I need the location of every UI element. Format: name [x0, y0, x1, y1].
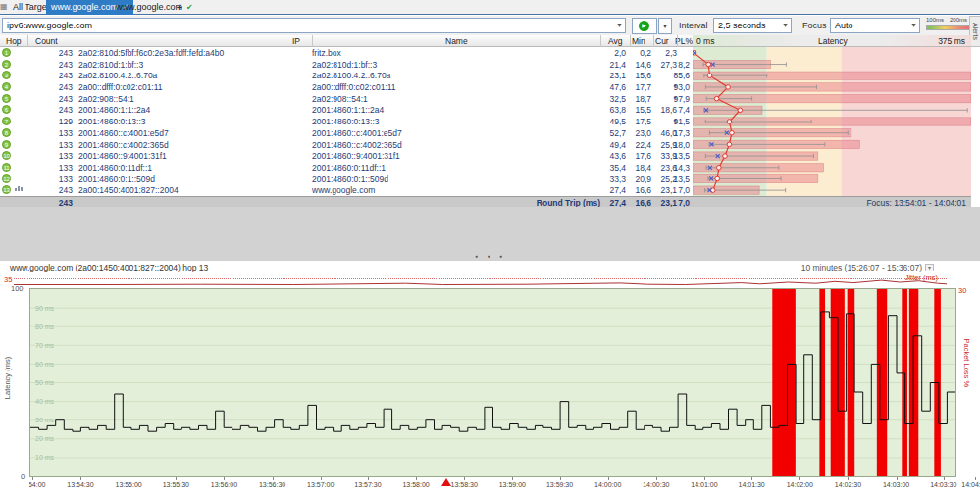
hop-pl: 8,2	[641, 60, 690, 70]
latency-axis-min: 0	[21, 472, 25, 481]
axis-tick	[273, 477, 274, 480]
time-axis: 13:54:0013:54:3013:55:0013:55:3013:56:00…	[29, 477, 980, 493]
hop-name: 2001:4860::9:4001:31f1	[312, 151, 400, 161]
target-value: ipv6:www.google.com	[7, 21, 92, 30]
table-row[interactable]: 12432a02:810d:5fbf:f6c0:2e3a:fdff:fefd:a…	[0, 47, 693, 59]
hop-name: fritz.box	[312, 48, 341, 58]
hop-ip: 2001:4860::9:4001:31f1	[78, 151, 167, 161]
chevron-down-icon[interactable]: ▼	[782, 19, 789, 32]
hop-number-badge: 13	[2, 185, 11, 194]
focus-value: Auto	[835, 21, 853, 30]
hop-count: 133	[27, 140, 73, 150]
table-row[interactable]: 111332001:4860:0:11df::12001:4860:0:11df…	[0, 162, 693, 173]
target-combobox[interactable]: ipv6:www.google.com ▼	[2, 18, 626, 33]
chevron-down-icon[interactable]: ▾	[925, 264, 934, 271]
col-avg[interactable]: Avg	[608, 36, 623, 46]
play-options-dropdown[interactable]: ▼	[658, 18, 672, 34]
hop-cur: 2,3	[628, 48, 677, 58]
hop-number-badge: 5	[2, 94, 11, 103]
hop-pl: 97,9	[641, 94, 690, 104]
window-menu-icon[interactable]: ▦	[0, 2, 8, 12]
hop-name: 2001:4860:1:1::2a4	[312, 105, 384, 115]
table-header: Hop Count IP Name Avg Min Cur PL%	[0, 35, 693, 47]
chevron-down-icon[interactable]: ▼	[616, 19, 623, 32]
axis-tick	[848, 477, 849, 480]
svg-text:30 ms: 30 ms	[35, 417, 55, 423]
hop-count: 243	[27, 48, 73, 58]
latency-min-label: 0 ms	[696, 36, 714, 46]
new-tab-button[interactable]: +	[173, 0, 186, 15]
hop-count: 243	[27, 94, 73, 104]
axis-tick-label: 13:57:00	[301, 481, 340, 488]
col-min[interactable]: Min	[632, 36, 645, 46]
hop-ip: 2a00::dfff:0:c02:c01:11	[78, 82, 163, 92]
axis-tick-label: 13:54:00	[29, 481, 52, 488]
latency-max-label: 375 ms	[938, 36, 965, 46]
table-row[interactable]: 71292001:4860:0:13::32001:4860:0:13::349…	[0, 116, 693, 127]
axis-tick-label: 13:56:00	[204, 481, 243, 488]
table-row[interactable]: 32432a02:8100:4:2::6:70a2a02:8100:4:2::6…	[0, 70, 693, 81]
hop-ip: 2001:4860:0:11df::1	[78, 163, 152, 173]
hop-number-badge: 3	[2, 71, 11, 79]
hop-pl: 7,0	[641, 185, 690, 195]
focus-select[interactable]: Auto ▼	[830, 18, 920, 33]
table-row[interactable]: 42432a00::dfff:0:c02:c01:112a00::dfff:0:…	[0, 81, 693, 93]
col-ip[interactable]: IP	[292, 36, 300, 46]
axis-tick-label: 13:55:30	[156, 481, 195, 488]
hop-count: 243	[27, 71, 73, 80]
latency-axis-max: 100	[11, 284, 24, 293]
legend-gradient-bar	[926, 25, 971, 30]
axis-tick-label: 14:00:00	[589, 481, 628, 488]
table-row[interactable]: 22432a02:810d:1:bf::32a02:810d:1:bf::321…	[0, 59, 693, 71]
axis-tick	[897, 477, 898, 480]
interval-select[interactable]: 2,5 seconds ▼	[713, 18, 792, 33]
hop-ip: 2001:4860::c:4001:e5d7	[78, 128, 169, 138]
table-row[interactable]: 81332001:4860::c:4001:e5d72001:4860::c:4…	[0, 127, 693, 139]
latency-time-plot[interactable]: 10 ms20 ms30 ms40 ms50 ms60 ms70 ms80 ms…	[29, 288, 956, 477]
legend-200ms: 200ms	[950, 17, 967, 23]
col-cur[interactable]: Cur	[655, 36, 669, 46]
table-row[interactable]: 132432a00:1450:4001:827::2004www.google.…	[0, 184, 693, 196]
timeline-pane: www.google.com (2a00:1450:4001:827::2004…	[0, 261, 980, 493]
hop-number-badge: 2	[2, 60, 11, 69]
axis-tick-label: 13:54:30	[61, 481, 100, 488]
hop-pl: 13,5	[641, 151, 690, 161]
round-trip-row: 243 Round Trip (ms) 27,4 16,6 23,1 7,0 F…	[0, 196, 971, 207]
table-row[interactable]: 101332001:4860::9:4001:31f12001:4860::9:…	[0, 150, 693, 162]
axis-tick	[129, 477, 129, 480]
play-button[interactable]: ▶	[632, 18, 657, 34]
hop-count: 133	[27, 151, 73, 161]
time-range-selector[interactable]: 10 minutes (15:26:07 - 15:36:07)	[801, 263, 922, 272]
hop-ip: 2a00:1450:4001:827::2004	[78, 185, 179, 195]
hop-number-badge: 7	[2, 117, 11, 125]
axis-tick-label: 14:02:00	[780, 481, 819, 488]
hop-ip: 2001:4860::c:4002:365d	[78, 140, 169, 150]
chevron-down-icon[interactable]: ▼	[910, 19, 917, 32]
svg-text:90 ms: 90 ms	[35, 305, 55, 312]
hop-pl: 85,6	[641, 71, 690, 80]
hop-number-badge: 12	[2, 174, 11, 183]
hop-pl: 18,0	[641, 140, 690, 150]
axis-tick	[751, 477, 752, 480]
col-hop[interactable]: Hop	[6, 36, 22, 46]
hop-name: 2a02:810d:1:bf::3	[312, 60, 377, 70]
table-row[interactable]: 52432a02:908::54:12a02:908::54:132,518,7…	[0, 93, 693, 105]
time-marker-icon[interactable]	[441, 478, 451, 486]
axis-tick-label: 13:59:30	[541, 481, 580, 488]
toolbar: ipv6:www.google.com ▼ ▶ ▼ Interval 2,5 s…	[0, 16, 980, 35]
table-row[interactable]: 62432001:4860:1:1::2a42001:4860:1:1::2a4…	[0, 104, 693, 116]
timeline-title: www.google.com (2a00:1450:4001:827::2004…	[10, 263, 208, 272]
hop-count: 243	[27, 82, 73, 92]
svg-text:70 ms: 70 ms	[35, 342, 55, 349]
table-row[interactable]: 121332001:4860:0:1::509d2001:4860:0:1::5…	[0, 173, 693, 185]
axis-tick-label: 14:04:00	[955, 481, 980, 488]
focus-label: Focus	[802, 21, 827, 30]
play-icon: ▶	[639, 21, 649, 31]
splitter-handle[interactable]: ● ● ●	[469, 253, 512, 259]
hop-ip: 2001:4860:1:1::2a4	[78, 105, 150, 115]
col-name[interactable]: Name	[445, 36, 468, 46]
axis-tick-label: 14:01:00	[685, 481, 724, 488]
table-row[interactable]: 91332001:4860::c:4002:365d2001:4860::c:4…	[0, 139, 693, 151]
hop-name: www.google.com	[312, 185, 375, 195]
col-count[interactable]: Count	[35, 36, 58, 46]
